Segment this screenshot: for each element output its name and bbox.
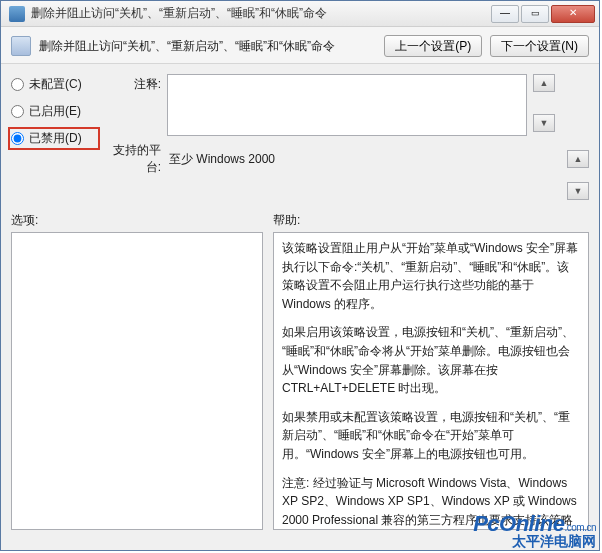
options-label: 选项: [11,212,263,229]
minimize-button[interactable] [491,5,519,23]
config-section: 未配置(C) 已启用(E) 已禁用(D) 注释: ▲ ▼ 支持的平台: [1,64,599,206]
platform-value: 至少 Windows 2000 [167,151,561,168]
help-paragraph: 如果启用该策略设置，电源按钮和“关机”、“重新启动”、“睡眠”和“休眠”命令将从… [282,323,580,397]
radio-disabled-input[interactable] [11,132,24,145]
radio-not-configured-label: 未配置(C) [29,76,82,93]
comment-label: 注释: [105,74,161,93]
app-icon [9,6,25,22]
window-title: 删除并阻止访问“关机”、“重新启动”、“睡眠”和“休眠”命令 [31,5,489,22]
lower-section: 选项: 帮助: 该策略设置阻止用户从“开始”菜单或“Windows 安全”屏幕执… [1,206,599,540]
platform-row: 支持的平台: 至少 Windows 2000 ▲ [105,142,589,176]
platform-scroll-up-icon[interactable]: ▲ [567,150,589,168]
next-setting-button[interactable]: 下一个设置(N) [490,35,589,57]
help-column: 帮助: 该策略设置阻止用户从“开始”菜单或“Windows 安全”屏幕执行以下命… [273,212,589,530]
radio-enabled[interactable]: 已启用(E) [11,103,97,120]
comment-textarea[interactable] [167,74,527,136]
maximize-button[interactable] [521,5,549,23]
policy-icon [11,36,31,56]
header-section: 删除并阻止访问“关机”、“重新启动”、“睡眠”和“休眠”命令 上一个设置(P) … [1,27,599,64]
comment-scroll-down-icon[interactable]: ▼ [533,114,555,132]
radio-disabled[interactable]: 已禁用(D) [11,130,97,147]
help-panel[interactable]: 该策略设置阻止用户从“开始”菜单或“Windows 安全”屏幕执行以下命令:“关… [273,232,589,530]
help-label: 帮助: [273,212,589,229]
radio-disabled-label: 已禁用(D) [29,130,82,147]
close-button[interactable] [551,5,595,23]
radio-not-configured-input[interactable] [11,78,24,91]
titlebar: 删除并阻止访问“关机”、“重新启动”、“睡眠”和“休眠”命令 [1,1,599,27]
previous-setting-button[interactable]: 上一个设置(P) [384,35,482,57]
window-controls [489,5,595,23]
state-radio-group: 未配置(C) 已启用(E) 已禁用(D) [11,74,97,200]
options-panel[interactable] [11,232,263,530]
comment-platform-block: 注释: ▲ ▼ 支持的平台: 至少 Windows 2000 ▲ ▼ [105,74,589,200]
help-paragraph: 注意: 经过验证与 Microsoft Windows Vista、Window… [282,474,580,530]
options-column: 选项: [11,212,263,530]
dialog-window: 删除并阻止访问“关机”、“重新启动”、“睡眠”和“休眠”命令 删除并阻止访问“关… [0,0,600,551]
radio-not-configured[interactable]: 未配置(C) [11,76,97,93]
platform-scroll-down-icon[interactable]: ▼ [567,182,589,200]
platform-label: 支持的平台: [105,142,161,176]
radio-enabled-input[interactable] [11,105,24,118]
help-paragraph: 如果禁用或未配置该策略设置，电源按钮和“关机”、“重新启动”、“睡眠”和“休眠”… [282,408,580,464]
platform-scroll-row: ▼ [105,182,589,200]
help-paragraph: 该策略设置阻止用户从“开始”菜单或“Windows 安全”屏幕执行以下命令:“关… [282,239,580,313]
policy-title: 删除并阻止访问“关机”、“重新启动”、“睡眠”和“休眠”命令 [39,38,376,55]
radio-enabled-label: 已启用(E) [29,103,81,120]
comment-row: 注释: ▲ ▼ [105,74,589,136]
comment-scroll-up-icon[interactable]: ▲ [533,74,555,92]
